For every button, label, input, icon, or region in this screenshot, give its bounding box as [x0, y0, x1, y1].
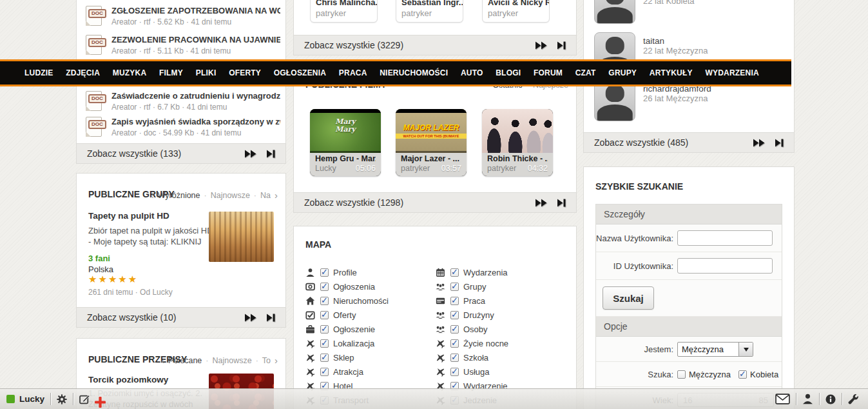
- seek-checkbox[interactable]: [677, 370, 686, 379]
- nav-item[interactable]: FILMY: [159, 68, 183, 77]
- video-uploader[interactable]: Lucky: [315, 164, 336, 173]
- music-title[interactable]: Avicii & Nicky R...: [483, 0, 549, 7]
- nav-item[interactable]: WYDARZENIA: [705, 68, 758, 77]
- nav-item[interactable]: BLOGI: [496, 68, 521, 77]
- map-filter-checkbox[interactable]: [450, 368, 459, 376]
- tabs-next-icon[interactable]: ›: [275, 355, 278, 366]
- users-see-all-link[interactable]: Zobacz wszystkie (485): [584, 132, 794, 152]
- map-filter-checkbox[interactable]: [320, 283, 329, 291]
- seek-checkbox[interactable]: [738, 370, 747, 379]
- music-title[interactable]: Chris Malincha...: [311, 0, 377, 7]
- nav-item[interactable]: PRACA: [339, 68, 367, 77]
- user-name[interactable]: taitan: [643, 36, 664, 46]
- nav-item[interactable]: PLIKI: [196, 68, 217, 77]
- map-filter-checkbox[interactable]: [320, 311, 329, 319]
- nav-item[interactable]: OGŁOSZENIA: [274, 68, 326, 77]
- gear-icon[interactable]: [57, 394, 67, 404]
- recipe-name-link[interactable]: Torcik poziomkowy: [88, 375, 168, 384]
- mail-icon[interactable]: [775, 394, 790, 404]
- search-button[interactable]: Szukaj: [603, 286, 654, 310]
- add-plus-icon[interactable]: [94, 396, 106, 408]
- compose-icon[interactable]: [79, 394, 90, 404]
- header-tab[interactable]: Polecane: [168, 356, 202, 365]
- map-filter-checkbox[interactable]: [320, 325, 329, 334]
- tabs-prev-icon[interactable]: ‹: [151, 190, 154, 201]
- map-filter-checkbox[interactable]: [450, 325, 459, 334]
- group-thumbnail[interactable]: [209, 212, 274, 262]
- info-icon[interactable]: [825, 394, 836, 404]
- person-icon[interactable]: [802, 394, 813, 404]
- nav-item[interactable]: MUZYKA: [113, 68, 147, 77]
- video-uploader[interactable]: patryker: [401, 164, 430, 173]
- header-tab[interactable]: Na: [254, 191, 271, 200]
- music-uploader[interactable]: patryker: [483, 8, 549, 18]
- username-input[interactable]: [677, 230, 773, 246]
- header-tab[interactable]: Najnowsze: [206, 356, 251, 365]
- map-filter-checkbox[interactable]: [450, 297, 459, 305]
- skip-end-icon[interactable]: [266, 150, 275, 158]
- nav-item[interactable]: NIERUCHOMOŚCI: [380, 68, 448, 77]
- document-list-item[interactable]: DOC ZGŁOSZENIE ZAPOTRZEBOWANIA NA WOLNE …: [86, 6, 280, 32]
- nav-item[interactable]: ZDJĘCIA: [66, 68, 100, 77]
- video-title[interactable]: Major Lazer - ...: [401, 154, 461, 163]
- tabs-next-icon[interactable]: ›: [275, 190, 278, 201]
- fast-forward-icon[interactable]: [753, 139, 766, 147]
- header-tab[interactable]: Wyróżnione: [158, 191, 200, 200]
- avatar[interactable]: [594, 0, 635, 24]
- nav-item[interactable]: GRUPY: [608, 68, 637, 77]
- tabs-prev-icon[interactable]: ‹: [161, 355, 164, 366]
- video-thumbnail[interactable]: Mary Mary: [310, 109, 381, 153]
- map-filter-checkbox[interactable]: [320, 339, 329, 348]
- map-filter-checkbox[interactable]: [450, 268, 459, 277]
- music-card[interactable]: Sebastian Ingr... patryker: [396, 0, 463, 23]
- document-title[interactable]: ZEZWOLENIE PRACOWNIKA NA UJAWNIENIE I: [111, 35, 280, 45]
- nav-item[interactable]: LUDZIE: [24, 68, 53, 77]
- map-filter-checkbox[interactable]: [320, 368, 329, 376]
- skip-end-icon[interactable]: [775, 139, 784, 147]
- document-title[interactable]: Zapis wyjaśnień świadka sporządzony w zw…: [111, 117, 280, 126]
- footer-username[interactable]: Lucky: [19, 394, 44, 404]
- video-title[interactable]: Robin Thicke - ...: [487, 154, 548, 163]
- wrench-icon[interactable]: [848, 394, 859, 404]
- map-filter-checkbox[interactable]: [320, 354, 329, 362]
- map-filter-checkbox[interactable]: [450, 311, 459, 319]
- nav-item[interactable]: CZAT: [575, 68, 596, 77]
- header-tab[interactable]: Najnowsze: [204, 191, 250, 200]
- document-list-item[interactable]: DOC Zaświadczenie o zatrudnieniu i wynag…: [86, 91, 280, 117]
- fast-forward-icon[interactable]: [535, 41, 548, 50]
- music-uploader[interactable]: patryker: [396, 8, 463, 18]
- nav-item[interactable]: AUTO: [461, 68, 483, 77]
- video-thumbnail[interactable]: [482, 109, 553, 153]
- video-card[interactable]: Robin Thicke - ... patryker 04:32: [482, 109, 553, 176]
- skip-end-icon[interactable]: [557, 41, 566, 50]
- video-thumbnail[interactable]: MAJOR LAZER WATCH OUT FOR THIS (BUMAYE: [396, 109, 467, 153]
- films-see-all-link[interactable]: Zobacz wszystkie (1298): [294, 192, 576, 212]
- video-title[interactable]: Hemp Gru - Mar...: [315, 154, 376, 163]
- skip-end-icon[interactable]: [266, 314, 275, 322]
- map-filter-checkbox[interactable]: [450, 283, 459, 291]
- document-title[interactable]: Zaświadczenie o zatrudnieniu i wynagrodz…: [111, 91, 280, 101]
- document-list-item[interactable]: DOC Zapis wyjaśnień świadka sporządzony …: [86, 117, 280, 143]
- music-uploader[interactable]: patryker: [311, 8, 377, 18]
- groups-see-all-link[interactable]: Zobacz wszystkie (10): [77, 307, 285, 327]
- docs-see-all-link[interactable]: Zobacz wszystkie (133): [77, 143, 285, 163]
- video-card[interactable]: MAJOR LAZER WATCH OUT FOR THIS (BUMAYE M…: [396, 109, 467, 176]
- fast-forward-icon[interactable]: [244, 150, 257, 158]
- nav-item[interactable]: FORUM: [534, 68, 563, 77]
- map-filter-checkbox[interactable]: [450, 354, 459, 362]
- iam-select[interactable]: Mężczyzna: [677, 342, 753, 357]
- document-title[interactable]: ZGŁOSZENIE ZAPOTRZEBOWANIA NA WOLNE: [111, 6, 280, 15]
- music-see-all-link[interactable]: Zobacz wszystkie (3229): [294, 35, 576, 55]
- music-title[interactable]: Sebastian Ingr...: [396, 0, 463, 7]
- map-filter-checkbox[interactable]: [320, 268, 329, 277]
- video-uploader[interactable]: patryker: [487, 164, 516, 173]
- map-filter-checkbox[interactable]: [450, 339, 459, 348]
- video-card[interactable]: Mary Mary Hemp Gru - Mar... Lucky 05:06: [310, 109, 381, 176]
- userid-input[interactable]: [677, 258, 773, 274]
- music-card[interactable]: Avicii & Nicky R... patryker: [482, 0, 550, 23]
- skip-end-icon[interactable]: [557, 199, 566, 207]
- header-tab[interactable]: To: [256, 356, 271, 365]
- nav-item[interactable]: OFERTY: [229, 68, 261, 77]
- document-list-item[interactable]: DOC ZEZWOLENIE PRACOWNIKA NA UJAWNIENIE …: [86, 35, 280, 61]
- group-name-link[interactable]: Tapety na pulpit HD: [88, 211, 169, 221]
